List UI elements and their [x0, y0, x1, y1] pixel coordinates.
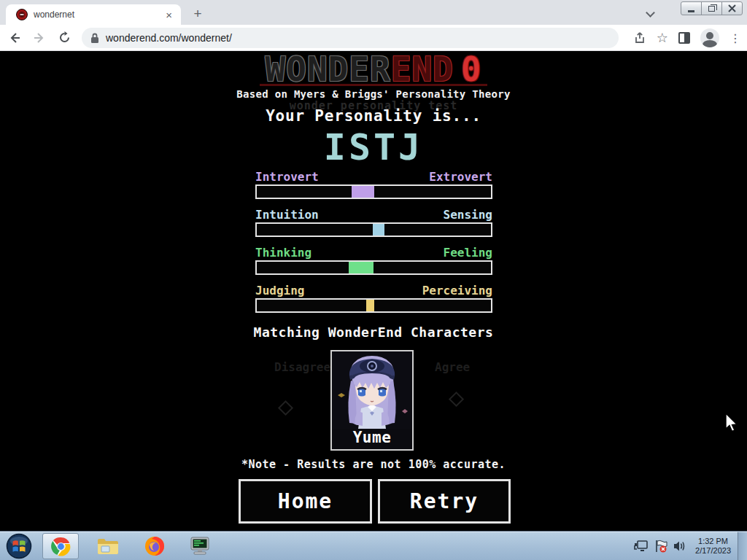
clock-time: 1:32 PM — [695, 537, 731, 546]
lock-icon — [90, 33, 99, 44]
mouse-cursor — [724, 413, 739, 435]
ghost-agree-text: Agree — [435, 360, 470, 374]
back-arrow-icon — [8, 31, 21, 44]
toolbar-right-icons: ☆ ⋮ — [633, 28, 741, 48]
windows-start-icon — [6, 533, 32, 559]
accuracy-note: *Note - Results are not 100% accurate. — [0, 458, 747, 471]
intuition-label: Intuition — [255, 208, 319, 222]
taskbar-firefox-button[interactable] — [140, 533, 169, 559]
taskbar-chrome-button[interactable] — [42, 533, 79, 559]
browser-menu-icon[interactable]: ⋮ — [729, 31, 741, 45]
start-button[interactable] — [3, 533, 35, 559]
bookmark-star-icon[interactable]: ☆ — [657, 30, 668, 46]
character-card-yume: Yume — [330, 350, 414, 451]
intuition-sensing-labels: Intuition Sensing — [255, 208, 492, 222]
action-center-flag-icon[interactable] — [654, 540, 667, 553]
url-text: wonderend.com/wondernet/ — [106, 32, 232, 44]
thinking-feeling-labels: Thinking Feeling — [255, 246, 492, 260]
back-button[interactable] — [4, 28, 25, 48]
restore-icon — [708, 6, 715, 12]
taskbar-explorer-button[interactable] — [93, 533, 123, 559]
clock-date: 2/17/2023 — [695, 546, 731, 556]
window-restore-button[interactable] — [701, 1, 722, 15]
feeling-label: Feeling — [444, 246, 492, 260]
ghost-diamond-shape — [449, 392, 464, 407]
intuition-sensing-bar — [255, 222, 492, 237]
introvert-extrovert-bar — [255, 184, 492, 199]
taskbar-clock[interactable]: 1:32 PM 2/17/2023 — [695, 537, 731, 556]
minimize-icon — [688, 10, 694, 12]
folder-icon — [97, 537, 119, 556]
slider-marker — [352, 186, 374, 198]
judging-perceiving-labels: Judging Perceiving — [255, 284, 492, 298]
judging-perceiving-bar — [255, 298, 492, 313]
introvert-extrovert-labels: Introvert Extrovert — [255, 170, 492, 184]
computer-monitor-icon — [189, 536, 211, 556]
slider-marker — [373, 224, 384, 236]
reload-button[interactable] — [54, 28, 74, 48]
firefox-icon — [144, 536, 165, 556]
volume-icon[interactable] — [673, 540, 686, 553]
slider-marker — [349, 262, 374, 273]
reload-icon — [58, 31, 71, 44]
slider-marker — [366, 300, 374, 311]
matching-characters-heading: Matching WonderEnd Characters — [0, 324, 747, 340]
introvert-label: Introvert — [255, 170, 319, 184]
browser-toolbar: wonderend.com/wondernet/ ☆ ⋮ — [0, 25, 747, 51]
close-icon — [728, 4, 736, 12]
window-controls — [681, 1, 743, 15]
ghost-disagree-text: Disagree — [274, 360, 330, 374]
network-icon[interactable] — [634, 540, 649, 553]
chrome-icon — [51, 537, 71, 556]
address-bar[interactable]: wonderend.com/wondernet/ — [82, 28, 619, 48]
tab-title: wondernet — [34, 9, 163, 20]
browser-tab-strip: wondernet × + — [0, 0, 747, 25]
system-tray: 1:32 PM 2/17/2023 — [634, 532, 731, 560]
character-name: Yume — [332, 429, 412, 446]
window-minimize-button[interactable] — [681, 1, 702, 15]
extrovert-label: Extrovert — [429, 170, 492, 184]
judging-label: Judging — [255, 284, 304, 298]
forward-button[interactable] — [29, 28, 50, 48]
retry-button[interactable]: Retry — [378, 479, 511, 524]
sensing-label: Sensing — [444, 208, 492, 222]
show-desktop-button[interactable] — [738, 532, 747, 560]
tab-search-chevron-down-icon[interactable] — [646, 9, 654, 16]
side-panel-icon[interactable] — [678, 32, 690, 44]
home-button[interactable]: Home — [239, 479, 372, 524]
yume-character-illustration — [332, 351, 412, 429]
forward-arrow-icon — [33, 31, 46, 44]
subtitle-text: Based on Myers & Briggs' Personality The… — [0, 88, 747, 100]
thinking-label: Thinking — [255, 246, 311, 260]
screen: wondernet × + — [0, 0, 747, 560]
result-heading: Your Personality is... — [0, 107, 747, 125]
tab-close-icon[interactable]: × — [163, 9, 175, 21]
profile-avatar-icon[interactable] — [700, 28, 719, 47]
page-viewport: wonder personality test Disagree Agree W… — [0, 51, 747, 531]
site-favicon-icon — [16, 9, 28, 20]
logo-underline — [260, 84, 487, 86]
window-close-button[interactable] — [721, 1, 743, 15]
browser-tab[interactable]: wondernet × — [6, 4, 181, 25]
ghost-diamond-shape — [278, 400, 293, 416]
personality-result: ISTJ — [0, 126, 747, 168]
share-icon[interactable] — [633, 31, 646, 44]
new-tab-button[interactable]: + — [188, 5, 207, 24]
taskbar-terminal-button[interactable] — [185, 533, 214, 559]
windows-taskbar: 1:32 PM 2/17/2023 — [0, 531, 747, 560]
perceiving-label: Perceiving — [422, 284, 492, 298]
thinking-feeling-bar — [255, 260, 492, 275]
